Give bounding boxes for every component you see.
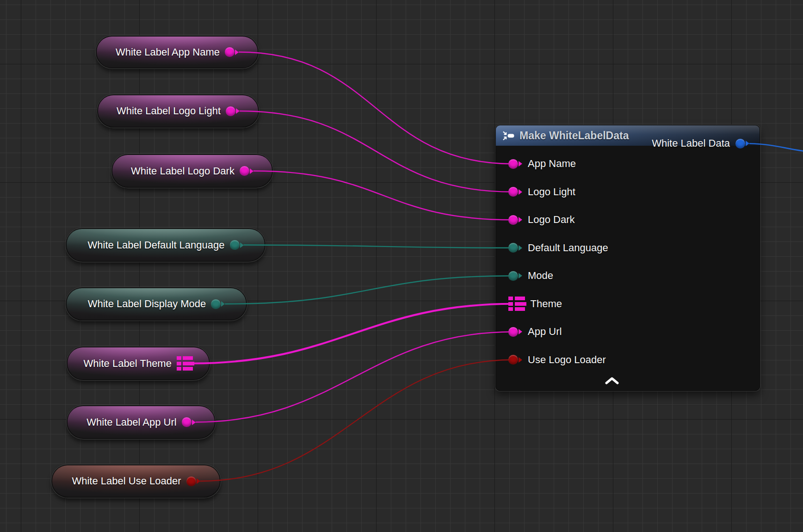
- pin-arrow-icon: [519, 189, 522, 195]
- pin-arrow-icon: [519, 161, 522, 167]
- pin-circle-icon: [735, 139, 745, 148]
- pin-circle-icon: [186, 476, 196, 486]
- pin-circle-icon: [508, 271, 518, 281]
- input-pin-label: Mode: [528, 271, 553, 281]
- wire-white-label-app-url-to-app-url[interactable]: [196, 332, 513, 422]
- wire-white-label-use-loader-to-use-logo-loader[interactable]: [200, 360, 513, 481]
- variable-node-label: White Label Default Language: [88, 240, 225, 250]
- make-node-title: Make WhiteLabelData: [519, 130, 629, 142]
- pin-circle-icon: [225, 47, 235, 57]
- pin-arrow-icon: [746, 141, 749, 146]
- variable-output-pin-white-label-app-url[interactable]: [182, 417, 196, 427]
- pin-circle-icon: [230, 240, 240, 250]
- pin-arrow-icon: [519, 329, 522, 334]
- input-pin-row-default-language: Default Language: [496, 234, 760, 262]
- input-pin-row-app-url: App Url: [496, 318, 760, 346]
- chevron-up-icon: [604, 377, 620, 384]
- struct-pin-icon: [508, 297, 525, 311]
- input-pin-logo-dark[interactable]: [508, 215, 522, 225]
- variable-node-white-label-app-url[interactable]: White Label App Url: [67, 405, 216, 439]
- pin-arrow-icon: [192, 420, 196, 425]
- input-pin-label: Logo Dark: [528, 215, 575, 225]
- variable-output-pin-white-label-logo-dark[interactable]: [240, 166, 253, 176]
- pin-circle-icon: [508, 327, 518, 337]
- variable-node-label: White Label Logo Light: [117, 106, 221, 116]
- variable-output-pin-white-label-use-loader[interactable]: [186, 476, 200, 486]
- variable-output-pin-white-label-default-language[interactable]: [230, 240, 244, 250]
- variable-node-label: White Label Logo Dark: [131, 166, 235, 176]
- wire-white-label-logo-light-to-logo-light[interactable]: [240, 111, 513, 192]
- input-pin-label: Default Language: [528, 243, 608, 253]
- input-pin-label: Use Logo Loader: [528, 355, 606, 365]
- input-pin-use-logo-loader[interactable]: [508, 355, 522, 365]
- pin-arrow-icon: [519, 217, 522, 223]
- pin-circle-icon: [508, 355, 518, 365]
- output-pin-white-label-data[interactable]: [735, 139, 749, 148]
- output-pin-label: White Label Data: [652, 138, 730, 148]
- input-pin-mode[interactable]: [508, 271, 522, 281]
- pin-arrow-icon: [235, 49, 239, 55]
- pin-circle-icon: [508, 159, 518, 169]
- variable-output-pin-white-label-display-mode[interactable]: [211, 299, 225, 309]
- pin-arrow-icon: [240, 242, 244, 248]
- variable-node-label: White Label Use Loader: [72, 476, 181, 486]
- input-pin-theme[interactable]: [508, 297, 525, 311]
- blueprint-graph-canvas[interactable]: White Label App Name White Label Logo Li…: [0, 0, 803, 532]
- input-pin-default-language[interactable]: [508, 243, 522, 253]
- collapse-node-button[interactable]: [603, 375, 621, 387]
- variable-node-white-label-use-loader[interactable]: White Label Use Loader: [51, 464, 221, 498]
- input-pin-row-logo-light: Logo Light: [496, 178, 760, 206]
- wire-white-label-default-language-to-default-language[interactable]: [244, 245, 513, 248]
- variable-node-label: White Label App Url: [86, 417, 176, 427]
- pin-arrow-icon: [519, 357, 522, 363]
- variable-node-white-label-logo-light[interactable]: White Label Logo Light: [97, 94, 259, 128]
- pin-arrow-icon: [197, 478, 200, 484]
- pin-circle-icon: [508, 187, 518, 197]
- pin-circle-icon: [508, 215, 518, 225]
- input-pin-label: App Name: [528, 159, 576, 169]
- wire-white-label-logo-dark-to-logo-dark[interactable]: [253, 171, 513, 220]
- variable-output-pin-white-label-app-name[interactable]: [225, 47, 239, 57]
- wire-white-label-display-mode-to-mode[interactable]: [225, 276, 513, 304]
- variable-node-white-label-app-name[interactable]: White Label App Name: [96, 36, 259, 68]
- variable-node-label: White Label Display Mode: [88, 299, 206, 309]
- struct-pin-icon: [177, 356, 193, 371]
- variable-node-white-label-default-language[interactable]: White Label Default Language: [66, 228, 266, 262]
- pin-circle-icon: [226, 106, 235, 116]
- input-pin-label: App Url: [528, 327, 562, 337]
- variable-node-white-label-theme[interactable]: White Label Theme: [67, 346, 210, 380]
- pin-circle-icon: [211, 299, 221, 309]
- variable-node-white-label-display-mode[interactable]: White Label Display Mode: [66, 287, 247, 321]
- variable-node-label: White Label App Name: [116, 47, 220, 57]
- input-pin-app-url[interactable]: [508, 327, 522, 337]
- input-pin-row-mode: Mode: [496, 262, 760, 290]
- variable-node-white-label-logo-dark[interactable]: White Label Logo Dark: [111, 154, 273, 188]
- pin-circle-icon: [182, 417, 191, 427]
- pin-arrow-icon: [221, 301, 225, 307]
- pin-arrow-icon: [250, 168, 253, 174]
- variable-output-pin-white-label-theme[interactable]: [177, 356, 193, 371]
- pin-arrow-icon: [519, 273, 522, 278]
- make-struct-icon: [502, 130, 515, 141]
- input-pin-row-logo-dark: Logo Dark: [496, 206, 760, 234]
- pin-arrow-icon: [519, 245, 522, 251]
- input-pin-app-name[interactable]: [508, 159, 522, 169]
- pin-arrow-icon: [236, 108, 240, 114]
- variable-output-pin-white-label-logo-light[interactable]: [226, 106, 240, 116]
- wire-white-label-app-name-to-app-name[interactable]: [239, 52, 513, 164]
- pin-circle-icon: [508, 243, 518, 253]
- input-pin-logo-light[interactable]: [508, 187, 522, 197]
- input-pin-row-use-logo-loader: Use Logo Loader: [496, 346, 760, 374]
- input-pin-row-theme: Theme: [496, 290, 760, 318]
- make-whitelabeldata-node[interactable]: Make WhiteLabelData App Name Logo Light …: [495, 125, 760, 391]
- output-pin-row: White Label Data: [652, 130, 749, 158]
- input-pin-label: Theme: [531, 299, 562, 309]
- input-pin-label: Logo Light: [528, 187, 575, 197]
- make-node-body: App Name Logo Light Logo Dark Default La…: [496, 146, 760, 374]
- pin-circle-icon: [240, 166, 249, 176]
- variable-node-label: White Label Theme: [84, 359, 172, 369]
